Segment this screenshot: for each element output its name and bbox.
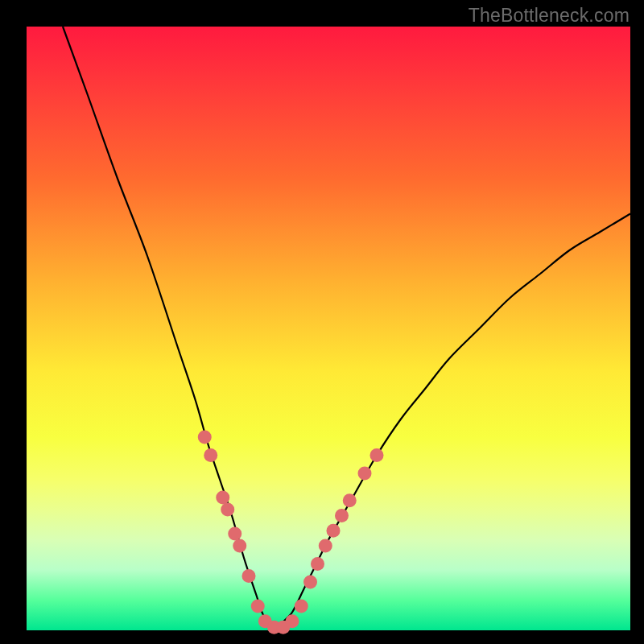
curve-marker: [311, 557, 324, 571]
curve-marker: [228, 527, 242, 541]
plot-area: [27, 27, 630, 630]
curve-layer: [27, 27, 630, 630]
curve-markers: [198, 431, 384, 634]
chart-frame: TheBottleneck.com: [0, 0, 644, 644]
watermark-text: TheBottleneck.com: [469, 5, 630, 27]
curve-marker: [358, 467, 372, 481]
curve-marker: [303, 576, 317, 589]
curve-marker: [343, 493, 357, 507]
curve-marker: [221, 503, 234, 517]
curve-marker: [286, 614, 299, 628]
curve-marker: [204, 448, 217, 462]
curve-marker: [295, 600, 308, 613]
curve-marker: [327, 524, 341, 538]
curve-marker: [198, 431, 212, 444]
curve-marker: [319, 539, 332, 553]
curve-marker: [251, 600, 265, 613]
curve-marker: [233, 539, 246, 553]
bottleneck-curve: [63, 27, 630, 630]
curve-marker: [335, 509, 349, 522]
curve-marker: [216, 491, 229, 505]
curve-marker: [370, 448, 384, 462]
curve-marker: [242, 569, 256, 583]
